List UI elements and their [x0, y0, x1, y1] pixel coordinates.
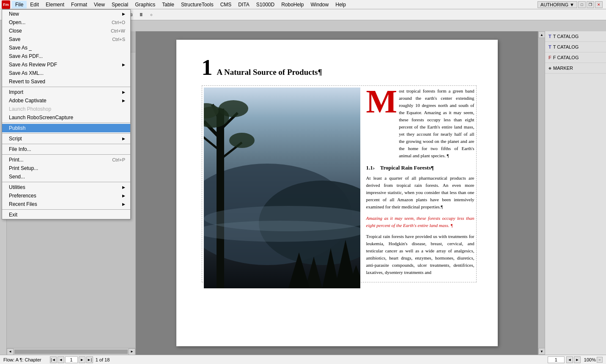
menubar: Fm File Edit Element Format View Special…: [0, 0, 606, 9]
page-label-input[interactable]: [548, 356, 565, 363]
menu-s1000d[interactable]: S1000D: [253, 1, 278, 8]
t-catalog-1-label: T CATALOG: [553, 34, 579, 39]
authoring-dropdown[interactable]: AUTHORING ▼: [537, 1, 577, 8]
menu-item-utilities-label: Utilities: [9, 184, 25, 190]
marker-label: MARKER: [553, 66, 573, 71]
page-total: 1 of 18: [96, 357, 110, 362]
menu-item-file-info[interactable]: File Info...: [2, 145, 130, 153]
f-catalog-icon: F: [548, 55, 551, 60]
drop-cap: M: [366, 89, 398, 114]
menu-item-utilities[interactable]: Utilities ▶: [2, 183, 130, 192]
menu-item-print-label: Print...: [9, 157, 24, 163]
menu-help[interactable]: Help: [332, 1, 349, 8]
menu-item-save[interactable]: Save Ctrl+S: [2, 35, 130, 44]
doc-vertical-scrollbar[interactable]: ▲ ▼: [538, 31, 545, 355]
menu-table[interactable]: Table: [159, 1, 178, 8]
menu-item-photoshop[interactable]: Launch Photoshop: [2, 105, 130, 113]
menu-graphics[interactable]: Graphics: [132, 1, 159, 8]
menu-item-script[interactable]: Script ▶: [2, 134, 130, 143]
app-icon: Fm: [2, 0, 10, 9]
toolbar-btn9[interactable]: ≣: [137, 11, 146, 19]
menu-view[interactable]: View: [90, 1, 108, 8]
menu-item-robo-capture[interactable]: Launch RoboScreenCapture: [2, 113, 130, 122]
menu-item-send[interactable]: Send...: [2, 172, 130, 181]
menu-format[interactable]: Format: [68, 1, 90, 8]
scroll-right-btn[interactable]: ►: [129, 348, 135, 355]
nav-prev[interactable]: ◄: [58, 356, 64, 363]
t-catalog-2-icon: T: [548, 44, 551, 49]
scroll-thumb-track[interactable]: [538, 38, 545, 348]
status-flow: Flow: A ¶: Chapter: [3, 357, 41, 362]
menu-item-close-label: Close: [9, 28, 22, 34]
menu-item-open-label: Open...: [9, 19, 25, 25]
menu-item-save-as-pdf[interactable]: Save As PDF...: [2, 52, 130, 60]
menu-item-captivate[interactable]: Adobe Captivate ▶: [2, 96, 130, 105]
menu-edit[interactable]: Edit: [27, 1, 42, 8]
menu-item-recent-files-label: Recent Files: [9, 201, 37, 207]
nav-next[interactable]: ►: [79, 356, 85, 363]
menu-item-print-shortcut: Ctrl+P: [112, 157, 125, 162]
t-catalog-2-label: T CATALOG: [553, 44, 579, 49]
scroll-up-btn[interactable]: ▲: [538, 31, 545, 38]
page-input[interactable]: [65, 356, 78, 363]
menu-item-print[interactable]: Print... Ctrl+P: [2, 156, 130, 164]
menu-sep-7: [2, 209, 130, 210]
right-panel-marker[interactable]: ◆ MARKER: [545, 63, 606, 74]
menu-item-exit[interactable]: Exit: [2, 211, 130, 219]
page-navigation: |◄ ◄ ► ►| 1 of 18: [50, 356, 110, 363]
menu-item-utilities-arrow: ▶: [122, 185, 125, 189]
menu-item-print-setup[interactable]: Print Setup...: [2, 164, 130, 172]
menu-item-open[interactable]: Open... Ctrl+O: [2, 18, 130, 27]
page-prev-btn[interactable]: ◄: [566, 356, 573, 363]
right-panel-f-catalog[interactable]: F F CATALOG: [545, 52, 606, 63]
chapter-number: 1: [202, 57, 213, 79]
scroll-down-btn[interactable]: ▼: [538, 348, 545, 355]
page-next-btn[interactable]: ►: [574, 356, 581, 363]
toolbar-btn10[interactable]: ○: [147, 11, 156, 19]
right-panel-t-catalog-1[interactable]: T T CATALOG: [545, 31, 606, 42]
menu-special[interactable]: Special: [108, 1, 132, 8]
menu-file[interactable]: File: [12, 1, 27, 8]
menu-item-new[interactable]: New ▶: [2, 10, 130, 18]
menu-item-save-shortcut: Ctrl+S: [112, 37, 125, 42]
menu-item-revert[interactable]: Revert to Saved: [2, 77, 130, 86]
menu-item-preferences[interactable]: Preferences ▶: [2, 192, 130, 200]
t-catalog-1-icon: T: [548, 34, 551, 39]
forest-svg: [204, 88, 360, 288]
scroll-left-btn[interactable]: ◄: [7, 348, 14, 355]
menu-cms[interactable]: CMS: [217, 1, 235, 8]
menu-item-recent-files-arrow: ▶: [122, 202, 125, 206]
menu-item-save-as-xml[interactable]: Save As XML...: [2, 69, 130, 77]
menu-element[interactable]: Element: [42, 1, 68, 8]
menu-item-import[interactable]: Import ▶: [2, 88, 130, 96]
menu-item-recent-files[interactable]: Recent Files ▶: [2, 200, 130, 208]
menu-structuretools[interactable]: StructureTools: [178, 1, 217, 8]
document-scroll-area[interactable]: 1 A Natural Source of Products¶: [136, 31, 538, 355]
menu-dita[interactable]: DITA: [235, 1, 252, 8]
menu-item-close[interactable]: Close Ctrl+W: [2, 27, 130, 35]
menu-item-close-shortcut: Ctrl+W: [111, 28, 125, 33]
menu-robohelp[interactable]: RoboHelp: [278, 1, 307, 8]
section-title: Tropical Rain Forests¶: [380, 164, 434, 171]
menu-sep-5: [2, 154, 130, 155]
window-btn-restore[interactable]: ❐: [587, 1, 594, 8]
menu-item-open-shortcut: Ctrl+O: [112, 20, 125, 25]
menu-item-script-label: Script: [9, 136, 22, 142]
menu-item-publish[interactable]: Publish: [2, 124, 130, 132]
zoom-down[interactable]: −: [597, 357, 603, 363]
scroll-track[interactable]: [14, 350, 128, 354]
menu-window[interactable]: Window: [307, 1, 332, 8]
right-panel: T T CATALOG T T CATALOG F F CATALOG ◆ MA…: [545, 31, 606, 355]
menu-sep-6: [2, 182, 130, 182]
document-page: 1 A Natural Source of Products¶: [176, 40, 498, 346]
window-btn-close[interactable]: ✕: [595, 1, 603, 8]
menu-item-save-as[interactable]: Save As _: [2, 44, 130, 52]
nav-last[interactable]: ►|: [86, 356, 93, 363]
nav-first[interactable]: |◄: [50, 356, 57, 363]
right-panel-t-catalog-2[interactable]: T T CATALOG: [545, 42, 606, 52]
menu-item-save-as-review[interactable]: Save As Review PDF ▶: [2, 60, 130, 69]
menu-item-revert-label: Revert to Saved: [9, 79, 45, 85]
left-panel-scrollbar[interactable]: ◄ ►: [7, 348, 135, 355]
window-btn-box[interactable]: □: [578, 1, 586, 8]
menu-item-publish-label: Publish: [9, 125, 25, 131]
